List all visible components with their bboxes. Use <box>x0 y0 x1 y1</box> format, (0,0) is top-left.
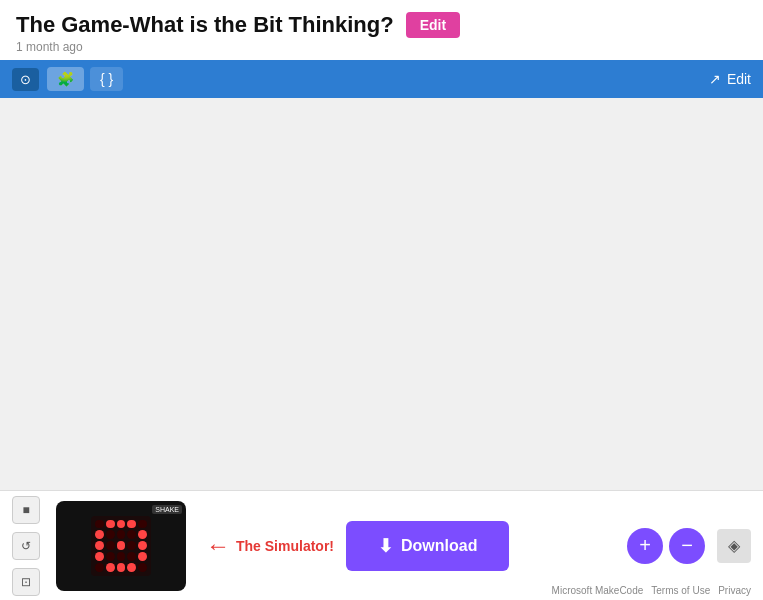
shake-label: SHAKE <box>152 505 182 514</box>
led-cell <box>138 520 147 529</box>
footer-terms[interactable]: Terms of Use <box>651 585 710 596</box>
led-cell <box>138 563 147 572</box>
led-cell <box>138 541 147 550</box>
plus-button[interactable]: + <box>627 528 663 564</box>
footer-privacy[interactable]: Privacy <box>718 585 751 596</box>
edit-button[interactable]: Edit <box>406 12 460 38</box>
timestamp: 1 month ago <box>16 40 747 54</box>
led-cell <box>117 520 126 529</box>
led-cell <box>106 563 115 572</box>
edit-label: Edit <box>727 71 751 87</box>
bottom-bar: ■ ↺ ⊡ SHAKE ← The Simulator! ⬇ Download … <box>0 490 763 600</box>
led-cell <box>117 552 126 561</box>
led-cell <box>117 530 126 539</box>
simulator-panel: SHAKE <box>56 501 186 591</box>
led-cell <box>106 520 115 529</box>
footer-makecode[interactable]: Microsoft MakeCode <box>552 585 644 596</box>
led-cell <box>127 530 136 539</box>
led-cell <box>95 552 104 561</box>
footer-links: Microsoft MakeCode Terms of Use Privacy <box>552 585 751 596</box>
led-cell <box>106 530 115 539</box>
led-cell <box>117 541 126 550</box>
led-cell <box>127 552 136 561</box>
led-cell <box>117 563 126 572</box>
stop-button[interactable]: ■ <box>12 496 40 524</box>
led-cell <box>138 530 147 539</box>
code-button[interactable]: { } <box>90 67 123 91</box>
external-icon: ↗ <box>709 71 721 87</box>
arrow-icon: ← <box>206 532 230 560</box>
led-cell <box>95 541 104 550</box>
sim-arrow-area: ← The Simulator! <box>206 532 334 560</box>
title-row: The Game-What is the Bit Thinking? Edit <box>16 12 747 38</box>
page-title: The Game-What is the Bit Thinking? <box>16 12 394 38</box>
led-cell <box>138 552 147 561</box>
led-cell <box>95 520 104 529</box>
fullscreen-button[interactable]: ⊡ <box>12 568 40 596</box>
led-cell <box>127 563 136 572</box>
toolbar-icons: 🧩 { } <box>47 67 123 91</box>
toolbar-left: ⊙ 🧩 { } <box>12 67 123 91</box>
led-cell <box>106 552 115 561</box>
minus-button[interactable]: − <box>669 528 705 564</box>
download-icon: ⬇ <box>378 535 393 557</box>
sim-controls: ■ ↺ ⊡ <box>12 496 40 596</box>
download-button[interactable]: ⬇ Download <box>346 521 509 571</box>
led-cell <box>106 541 115 550</box>
simulator-label: The Simulator! <box>236 538 334 554</box>
page-header: The Game-What is the Bit Thinking? Edit … <box>0 0 763 60</box>
sim-screen <box>91 516 151 576</box>
editor-toolbar: ⊙ 🧩 { } ↗ Edit <box>0 60 763 98</box>
refresh-button[interactable]: ↺ <box>12 532 40 560</box>
plus-minus-controls: + − <box>627 528 705 564</box>
download-label: Download <box>401 537 477 555</box>
led-cell <box>95 530 104 539</box>
toolbar-right-edit[interactable]: ↗ Edit <box>709 71 751 87</box>
fingerprint-button[interactable]: ◈ <box>717 529 751 563</box>
led-cell <box>127 541 136 550</box>
led-cell <box>95 563 104 572</box>
blocks-button[interactable]: 🧩 <box>47 67 84 91</box>
micro-icon: ⊙ <box>12 68 39 91</box>
led-grid <box>91 516 151 576</box>
led-cell <box>127 520 136 529</box>
